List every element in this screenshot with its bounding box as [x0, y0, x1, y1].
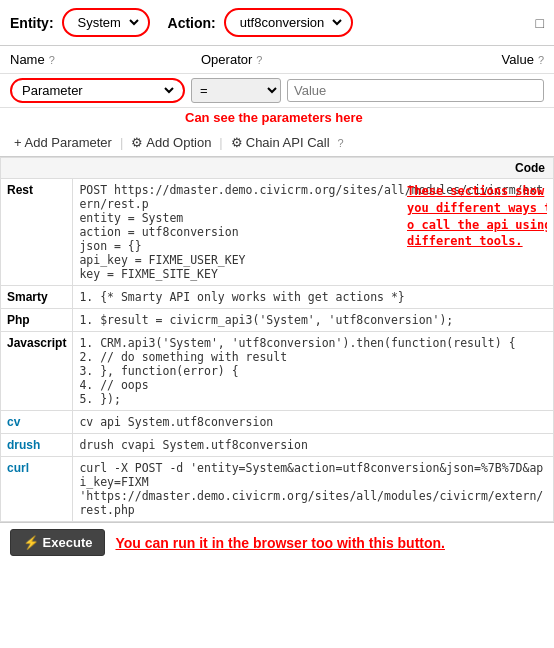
smarty-label: Smarty — [1, 286, 73, 309]
operator-select[interactable]: = != > < — [191, 78, 281, 103]
javascript-row: Javascript 1. CRM.api3('System', 'utf8co… — [1, 332, 554, 411]
header-row: Entity: System Action: utf8conversion □ — [0, 0, 554, 46]
php-line-1: 1. $result = civicrm_api3('System', 'utf… — [79, 313, 547, 327]
js-line-5: 5. }); — [79, 392, 547, 406]
curl-line-1: curl -X POST -d 'entity=System&action=ut… — [79, 461, 547, 489]
action-label: Action: — [168, 15, 216, 31]
execute-row: ⚡ Execute You can run it in the browser … — [0, 522, 554, 562]
parameter-input-row: Parameter = != > < — [0, 74, 554, 108]
execute-button[interactable]: ⚡ Execute — [10, 529, 105, 556]
curl-line-2: 'https://dmaster.demo.civicrm.org/sites/… — [79, 489, 547, 517]
curl-row: curl curl -X POST -d 'entity=System&acti… — [1, 457, 554, 522]
entity-select-wrap[interactable]: System — [62, 8, 150, 37]
annotation-right: These sections show you different ways t… — [407, 183, 547, 250]
toolbar-row: + Add Parameter | ⚙ Add Option | ⚙ Chain… — [0, 129, 554, 157]
rest-row: Rest POST https://dmaster.demo.civicrm.o… — [1, 179, 554, 286]
php-code: 1. $result = civicrm_api3('System', 'utf… — [73, 309, 554, 332]
entity-label: Entity: — [10, 15, 54, 31]
name-help-icon[interactable]: ? — [49, 54, 55, 66]
curl-code: curl -X POST -d 'entity=System&action=ut… — [73, 457, 554, 522]
value-help-icon[interactable]: ? — [538, 54, 544, 66]
parameter-select-wrap[interactable]: Parameter — [10, 78, 185, 103]
smarty-code: 1. {* Smarty API only works with get act… — [73, 286, 554, 309]
drush-code: drush cvapi System.utf8conversion — [73, 434, 554, 457]
rest-line-6: key = FIXME_SITE_KEY — [79, 267, 547, 281]
drush-line-1: drush cvapi System.utf8conversion — [79, 438, 547, 452]
gear-icon: ⚙ — [131, 135, 143, 150]
drush-row: drush drush cvapi System.utf8conversion — [1, 434, 554, 457]
add-parameter-button[interactable]: + Add Parameter — [10, 133, 116, 152]
add-option-button[interactable]: ⚙ Add Option — [127, 133, 215, 152]
entity-select[interactable]: System — [70, 12, 142, 33]
param-annotation: Can see the parameters here — [0, 108, 554, 129]
value-column-header: Value — [502, 52, 534, 67]
cv-code: cv api System.utf8conversion — [73, 411, 554, 434]
javascript-label: Javascript — [1, 332, 73, 411]
smarty-row: Smarty 1. {* Smarty API only works with … — [1, 286, 554, 309]
cv-label: cv — [1, 411, 73, 434]
chain-api-button[interactable]: ⚙ Chain API Call — [227, 133, 334, 152]
javascript-code: 1. CRM.api3('System', 'utf8conversion').… — [73, 332, 554, 411]
curl-label: curl — [1, 457, 73, 522]
cv-row: cv cv api System.utf8conversion — [1, 411, 554, 434]
parameter-select[interactable]: Parameter — [18, 82, 177, 99]
php-label: Php — [1, 309, 73, 332]
operator-help-icon[interactable]: ? — [256, 54, 262, 66]
copy-icon[interactable]: □ — [536, 15, 544, 31]
js-line-3: 3. }, function(error) { — [79, 364, 547, 378]
js-line-1: 1. CRM.api3('System', 'utf8conversion').… — [79, 336, 547, 350]
column-headers: Name ? Operator ? Value ? — [0, 46, 554, 74]
execute-annotation: You can run it in the browser too with t… — [115, 535, 445, 551]
php-row: Php 1. $result = civicrm_api3('System', … — [1, 309, 554, 332]
rest-code: POST https://dmaster.demo.civicrm.org/si… — [73, 179, 554, 286]
action-select[interactable]: utf8conversion — [232, 12, 345, 33]
toolbar-help-icon[interactable]: ? — [338, 137, 344, 149]
drush-label: drush — [1, 434, 73, 457]
js-line-4: 4. // oops — [79, 378, 547, 392]
js-line-2: 2. // do something with result — [79, 350, 547, 364]
code-header: Code — [1, 158, 554, 179]
operator-column-header: Operator — [201, 52, 252, 67]
rest-label: Rest — [1, 179, 73, 286]
name-column-header: Name — [10, 52, 45, 67]
value-input[interactable] — [287, 79, 544, 102]
rest-line-5: api_key = FIXME_USER_KEY — [79, 253, 547, 267]
cv-line-1: cv api System.utf8conversion — [79, 415, 547, 429]
smarty-line-1: 1. {* Smarty API only works with get act… — [79, 290, 547, 304]
action-select-wrap[interactable]: utf8conversion — [224, 8, 353, 37]
chain-icon: ⚙ — [231, 135, 243, 150]
code-table: Code Rest POST https://dmaster.demo.civi… — [0, 157, 554, 522]
